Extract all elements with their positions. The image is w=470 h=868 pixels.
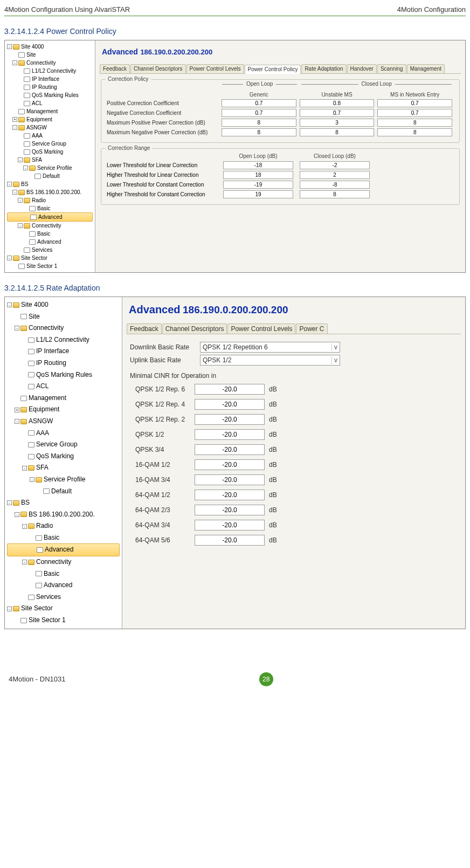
tree-item[interactable]: -Site Sector xyxy=(7,254,93,262)
expand-icon[interactable]: - xyxy=(7,500,12,505)
expand-icon[interactable]: - xyxy=(18,198,23,203)
value-input[interactable] xyxy=(223,190,293,198)
cinr-input[interactable] xyxy=(195,414,265,425)
tab[interactable]: Rate Adaptation xyxy=(301,64,346,73)
tab[interactable]: Management xyxy=(407,64,445,73)
tab[interactable]: Channel Descriptors xyxy=(162,323,227,334)
cinr-input[interactable] xyxy=(195,474,265,485)
tab[interactable]: Power Control Policy xyxy=(245,65,301,74)
tab[interactable]: Handover xyxy=(347,64,377,73)
tree-item[interactable]: Advanced xyxy=(7,238,93,246)
tab[interactable]: Scanning xyxy=(377,64,406,73)
tree-item[interactable]: Site xyxy=(7,51,93,59)
expand-icon[interactable]: - xyxy=(7,607,12,611)
expand-icon[interactable]: - xyxy=(22,466,27,471)
tree-item[interactable]: Basic xyxy=(7,204,93,212)
expand-icon[interactable]: - xyxy=(7,44,12,49)
value-input[interactable] xyxy=(300,119,375,127)
value-input[interactable] xyxy=(223,181,293,189)
cinr-input[interactable] xyxy=(195,459,265,470)
expand-icon[interactable]: - xyxy=(23,166,28,170)
cinr-input[interactable] xyxy=(195,490,265,500)
value-input[interactable] xyxy=(300,161,370,169)
expand-icon[interactable]: - xyxy=(12,190,17,195)
tab[interactable]: Power C xyxy=(296,323,327,334)
cinr-input[interactable] xyxy=(195,505,265,515)
tree-item[interactable]: Advanced xyxy=(7,212,93,222)
value-input[interactable] xyxy=(300,109,375,117)
value-input[interactable] xyxy=(377,99,452,107)
tree-item[interactable]: Advanced xyxy=(7,543,120,556)
value-input[interactable] xyxy=(377,128,452,136)
tree-item[interactable]: -Site 4000 xyxy=(7,299,120,311)
expand-icon[interactable]: + xyxy=(15,408,19,412)
tree-item[interactable]: L1/L2 Connectivity xyxy=(7,67,93,75)
cinr-input[interactable] xyxy=(195,429,265,440)
value-input[interactable] xyxy=(300,171,370,179)
expand-icon[interactable]: - xyxy=(18,223,23,228)
tree-item[interactable]: Site Sector 1 xyxy=(7,615,120,626)
cinr-input[interactable] xyxy=(195,535,265,546)
nav-tree[interactable]: -Site 4000Site-ConnectivityL1/L2 Connect… xyxy=(5,297,122,629)
tree-item[interactable]: -Connectivity xyxy=(7,59,93,67)
tab[interactable]: Feedback xyxy=(127,323,162,334)
value-input[interactable] xyxy=(300,99,375,107)
tree-item[interactable]: -Radio xyxy=(7,196,93,204)
tree-item[interactable]: -ASNGW xyxy=(7,123,93,132)
tree-item[interactable]: -Connectivity xyxy=(7,322,120,334)
tree-item[interactable]: -Site Sector xyxy=(7,603,120,615)
ul-rate-select[interactable]: QPSK 1/2 v xyxy=(200,355,340,366)
value-input[interactable] xyxy=(300,128,375,136)
expand-icon[interactable]: - xyxy=(22,560,27,564)
expand-icon[interactable]: - xyxy=(12,60,17,65)
expand-icon[interactable]: - xyxy=(7,302,12,307)
tree-item[interactable]: QoS Marking Rules xyxy=(7,369,120,381)
expand-icon[interactable]: - xyxy=(18,157,23,162)
tree-item[interactable]: IP Interface xyxy=(7,75,93,83)
tree-item[interactable]: Default xyxy=(7,172,93,180)
value-input[interactable] xyxy=(377,119,452,127)
tree-item[interactable]: IP Interface xyxy=(7,346,120,357)
expand-icon[interactable]: + xyxy=(12,117,17,122)
expand-icon[interactable]: - xyxy=(15,419,19,424)
value-input[interactable] xyxy=(222,119,296,127)
value-input[interactable] xyxy=(377,109,452,117)
nav-tree[interactable]: -Site 4000Site-ConnectivityL1/L2 Connect… xyxy=(5,40,95,272)
dl-rate-select[interactable]: QPSK 1/2 Repetition 6 v xyxy=(200,342,340,353)
tree-item[interactable]: -Service Profile xyxy=(7,164,93,172)
value-input[interactable] xyxy=(223,161,293,169)
tree-item[interactable]: -SFA xyxy=(7,462,120,474)
tree-item[interactable]: -BS xyxy=(7,497,120,509)
tree-item[interactable]: QoS Marking xyxy=(7,148,93,156)
tree-item[interactable]: Basic xyxy=(7,568,120,580)
tree-item[interactable]: -BS xyxy=(7,180,93,188)
tab[interactable]: Power Control Levels xyxy=(186,64,244,73)
tree-item[interactable]: QoS Marking xyxy=(7,451,120,463)
tree-item[interactable]: IP Routing xyxy=(7,357,120,369)
tree-item[interactable]: -Site 4000 xyxy=(7,43,93,51)
expand-icon[interactable]: - xyxy=(15,326,19,330)
value-input[interactable] xyxy=(300,190,370,198)
tree-item[interactable]: Site xyxy=(7,311,120,323)
tree-item[interactable]: -Radio xyxy=(7,520,120,532)
tree-item[interactable]: -Service Profile xyxy=(7,474,120,486)
tree-item[interactable]: ACL xyxy=(7,381,120,392)
tree-item[interactable]: Management xyxy=(7,392,120,404)
tree-item[interactable]: -ASNGW xyxy=(7,416,120,428)
tree-item[interactable]: AAA xyxy=(7,428,120,439)
tree-item[interactable]: Services xyxy=(7,246,93,254)
tab[interactable]: Feedback xyxy=(100,64,130,73)
cinr-input[interactable] xyxy=(195,520,265,531)
tree-item[interactable]: Basic xyxy=(7,230,93,238)
tree-item[interactable]: -SFA xyxy=(7,156,93,164)
tree-item[interactable]: Basic xyxy=(7,532,120,544)
tab[interactable]: Power Control Levels xyxy=(227,323,295,334)
tree-item[interactable]: -Connectivity xyxy=(7,222,93,230)
tree-item[interactable]: Service Group xyxy=(7,439,120,451)
tree-item[interactable]: IP Routing xyxy=(7,83,93,91)
tree-item[interactable]: ACL xyxy=(7,99,93,107)
value-input[interactable] xyxy=(222,99,296,107)
tree-item[interactable]: Service Group xyxy=(7,140,93,148)
expand-icon[interactable]: - xyxy=(15,512,19,517)
cinr-input[interactable] xyxy=(195,399,265,410)
